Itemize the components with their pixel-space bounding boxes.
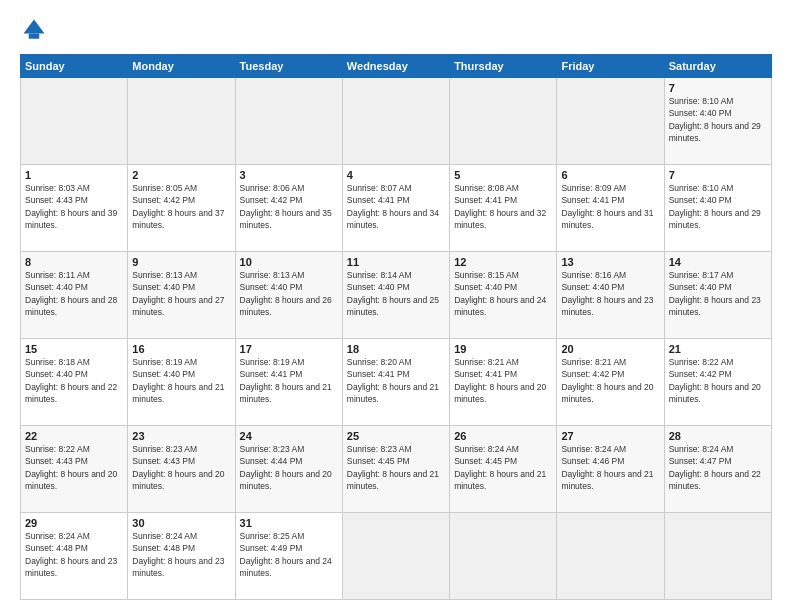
day-info: Sunrise: 8:18 AMSunset: 4:40 PMDaylight:… (25, 357, 117, 404)
day-info: Sunrise: 8:10 AMSunset: 4:40 PMDaylight:… (669, 96, 761, 143)
day-cell: 10 Sunrise: 8:13 AMSunset: 4:40 PMDaylig… (235, 252, 342, 339)
day-cell: 1 Sunrise: 8:03 AMSunset: 4:43 PMDayligh… (21, 165, 128, 252)
day-number: 29 (25, 517, 123, 529)
calendar-row: 8 Sunrise: 8:11 AMSunset: 4:40 PMDayligh… (21, 252, 772, 339)
day-cell: 23 Sunrise: 8:23 AMSunset: 4:43 PMDaylig… (128, 426, 235, 513)
day-number: 16 (132, 343, 230, 355)
day-number: 25 (347, 430, 445, 442)
day-info: Sunrise: 8:19 AMSunset: 4:41 PMDaylight:… (240, 357, 332, 404)
day-cell: 28 Sunrise: 8:24 AMSunset: 4:47 PMDaylig… (664, 426, 771, 513)
empty-cell (342, 513, 449, 600)
day-info: Sunrise: 8:10 AMSunset: 4:40 PMDaylight:… (669, 183, 761, 230)
day-number: 31 (240, 517, 338, 529)
day-cell: 12 Sunrise: 8:15 AMSunset: 4:40 PMDaylig… (450, 252, 557, 339)
day-of-week-header: Thursday (450, 55, 557, 78)
day-cell: 15 Sunrise: 8:18 AMSunset: 4:40 PMDaylig… (21, 339, 128, 426)
day-info: Sunrise: 8:20 AMSunset: 4:41 PMDaylight:… (347, 357, 439, 404)
day-of-week-header: Sunday (21, 55, 128, 78)
day-info: Sunrise: 8:17 AMSunset: 4:40 PMDaylight:… (669, 270, 761, 317)
day-number: 4 (347, 169, 445, 181)
day-number: 11 (347, 256, 445, 268)
day-number: 20 (561, 343, 659, 355)
logo (20, 16, 52, 44)
day-number: 3 (240, 169, 338, 181)
day-info: Sunrise: 8:15 AMSunset: 4:40 PMDaylight:… (454, 270, 546, 317)
calendar-row: 15 Sunrise: 8:18 AMSunset: 4:40 PMDaylig… (21, 339, 772, 426)
day-info: Sunrise: 8:24 AMSunset: 4:46 PMDaylight:… (561, 444, 653, 491)
header (20, 16, 772, 44)
day-info: Sunrise: 8:24 AMSunset: 4:48 PMDaylight:… (132, 531, 224, 578)
day-info: Sunrise: 8:22 AMSunset: 4:42 PMDaylight:… (669, 357, 761, 404)
day-number: 21 (669, 343, 767, 355)
day-info: Sunrise: 8:25 AMSunset: 4:49 PMDaylight:… (240, 531, 332, 578)
logo-icon (20, 16, 48, 44)
day-cell: 3 Sunrise: 8:06 AMSunset: 4:42 PMDayligh… (235, 165, 342, 252)
calendar-row: 7 Sunrise: 8:10 AMSunset: 4:40 PMDayligh… (21, 78, 772, 165)
day-number: 17 (240, 343, 338, 355)
empty-cell (342, 78, 449, 165)
calendar-row: 1 Sunrise: 8:03 AMSunset: 4:43 PMDayligh… (21, 165, 772, 252)
day-info: Sunrise: 8:14 AMSunset: 4:40 PMDaylight:… (347, 270, 439, 317)
day-cell: 14 Sunrise: 8:17 AMSunset: 4:40 PMDaylig… (664, 252, 771, 339)
empty-cell (235, 78, 342, 165)
calendar-table: SundayMondayTuesdayWednesdayThursdayFrid… (20, 54, 772, 600)
day-of-week-header: Friday (557, 55, 664, 78)
day-cell: 26 Sunrise: 8:24 AMSunset: 4:45 PMDaylig… (450, 426, 557, 513)
day-cell: 8 Sunrise: 8:11 AMSunset: 4:40 PMDayligh… (21, 252, 128, 339)
day-number: 10 (240, 256, 338, 268)
day-cell: 25 Sunrise: 8:23 AMSunset: 4:45 PMDaylig… (342, 426, 449, 513)
day-info: Sunrise: 8:16 AMSunset: 4:40 PMDaylight:… (561, 270, 653, 317)
empty-cell (557, 513, 664, 600)
day-number: 2 (132, 169, 230, 181)
day-cell: 9 Sunrise: 8:13 AMSunset: 4:40 PMDayligh… (128, 252, 235, 339)
day-number: 26 (454, 430, 552, 442)
day-number: 30 (132, 517, 230, 529)
day-number: 15 (25, 343, 123, 355)
day-cell: 4 Sunrise: 8:07 AMSunset: 4:41 PMDayligh… (342, 165, 449, 252)
empty-cell (664, 513, 771, 600)
empty-cell (450, 78, 557, 165)
day-number: 8 (25, 256, 123, 268)
day-number: 9 (132, 256, 230, 268)
day-cell: 18 Sunrise: 8:20 AMSunset: 4:41 PMDaylig… (342, 339, 449, 426)
day-info: Sunrise: 8:11 AMSunset: 4:40 PMDaylight:… (25, 270, 117, 317)
day-cell: 30 Sunrise: 8:24 AMSunset: 4:48 PMDaylig… (128, 513, 235, 600)
day-number: 27 (561, 430, 659, 442)
day-number: 28 (669, 430, 767, 442)
day-number: 5 (454, 169, 552, 181)
day-cell: 29 Sunrise: 8:24 AMSunset: 4:48 PMDaylig… (21, 513, 128, 600)
day-number: 18 (347, 343, 445, 355)
empty-cell (450, 513, 557, 600)
page: SundayMondayTuesdayWednesdayThursdayFrid… (0, 0, 792, 612)
day-number: 7 (669, 169, 767, 181)
day-number: 6 (561, 169, 659, 181)
day-cell: 31 Sunrise: 8:25 AMSunset: 4:49 PMDaylig… (235, 513, 342, 600)
day-number: 7 (669, 82, 767, 94)
day-info: Sunrise: 8:13 AMSunset: 4:40 PMDaylight:… (240, 270, 332, 317)
day-info: Sunrise: 8:06 AMSunset: 4:42 PMDaylight:… (240, 183, 332, 230)
day-cell: 17 Sunrise: 8:19 AMSunset: 4:41 PMDaylig… (235, 339, 342, 426)
day-number: 23 (132, 430, 230, 442)
day-number: 22 (25, 430, 123, 442)
day-cell: 20 Sunrise: 8:21 AMSunset: 4:42 PMDaylig… (557, 339, 664, 426)
day-cell: 7 Sunrise: 8:10 AMSunset: 4:40 PMDayligh… (664, 165, 771, 252)
day-info: Sunrise: 8:21 AMSunset: 4:41 PMDaylight:… (454, 357, 546, 404)
day-cell: 13 Sunrise: 8:16 AMSunset: 4:40 PMDaylig… (557, 252, 664, 339)
day-info: Sunrise: 8:07 AMSunset: 4:41 PMDaylight:… (347, 183, 439, 230)
day-number: 13 (561, 256, 659, 268)
day-info: Sunrise: 8:09 AMSunset: 4:41 PMDaylight:… (561, 183, 653, 230)
day-of-week-header: Monday (128, 55, 235, 78)
day-of-week-header: Saturday (664, 55, 771, 78)
day-cell: 21 Sunrise: 8:22 AMSunset: 4:42 PMDaylig… (664, 339, 771, 426)
day-number: 12 (454, 256, 552, 268)
day-info: Sunrise: 8:23 AMSunset: 4:44 PMDaylight:… (240, 444, 332, 491)
day-cell: 7 Sunrise: 8:10 AMSunset: 4:40 PMDayligh… (664, 78, 771, 165)
day-cell: 24 Sunrise: 8:23 AMSunset: 4:44 PMDaylig… (235, 426, 342, 513)
day-info: Sunrise: 8:03 AMSunset: 4:43 PMDaylight:… (25, 183, 117, 230)
day-number: 19 (454, 343, 552, 355)
day-cell: 22 Sunrise: 8:22 AMSunset: 4:43 PMDaylig… (21, 426, 128, 513)
calendar-header-row: SundayMondayTuesdayWednesdayThursdayFrid… (21, 55, 772, 78)
empty-cell (557, 78, 664, 165)
day-of-week-header: Tuesday (235, 55, 342, 78)
day-cell: 2 Sunrise: 8:05 AMSunset: 4:42 PMDayligh… (128, 165, 235, 252)
